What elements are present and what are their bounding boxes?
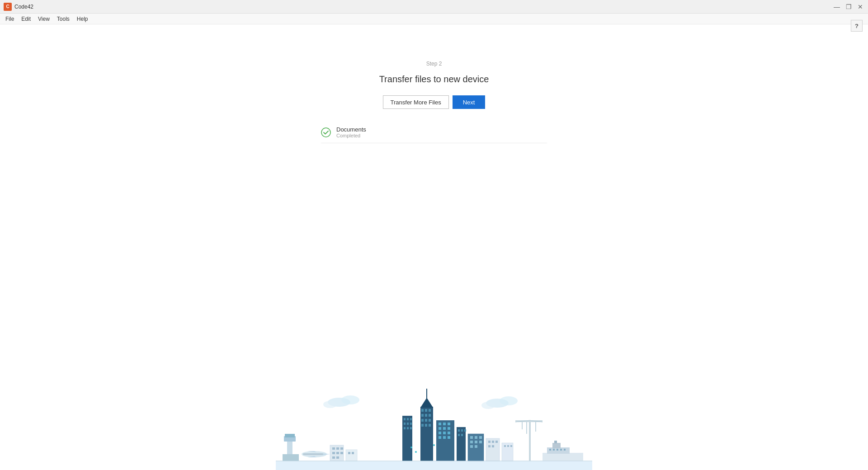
city-illustration [276,380,592,470]
completed-check-icon [321,127,331,137]
svg-rect-76 [479,436,482,439]
svg-rect-85 [495,441,498,443]
svg-rect-59 [443,427,446,430]
svg-rect-48 [404,423,406,425]
close-button[interactable]: ✕ [856,3,864,11]
item-name: Documents [336,126,366,133]
svg-rect-89 [504,445,506,447]
svg-rect-40 [425,424,427,427]
app-title: Code42 [14,4,33,10]
menu-edit[interactable]: Edit [18,14,34,24]
svg-rect-106 [560,449,562,451]
title-bar-controls: — ❐ ✕ [833,3,864,11]
svg-point-7 [481,402,495,409]
transfer-item: Documents Completed [321,122,547,143]
svg-rect-67 [457,427,466,461]
svg-rect-69 [461,429,463,432]
svg-rect-99 [542,453,583,461]
svg-rect-36 [421,419,424,422]
svg-rect-57 [448,423,450,425]
item-info: Documents Completed [336,126,366,138]
menu-tools[interactable]: Tools [53,14,73,24]
svg-rect-26 [346,450,357,461]
svg-rect-68 [458,429,460,432]
svg-rect-16 [303,453,323,455]
svg-rect-19 [336,447,339,450]
svg-point-110 [415,451,417,453]
minimize-button[interactable]: — [833,3,841,11]
svg-rect-53 [410,427,412,429]
menu-view[interactable]: View [34,14,53,24]
menu-help[interactable]: Help [73,14,92,24]
city-svg [276,380,592,470]
svg-point-0 [321,128,330,137]
menu-bar: File Edit View Tools Help [0,14,868,24]
svg-rect-74 [470,436,473,439]
svg-rect-10 [285,434,295,437]
transfer-more-files-button[interactable]: Transfer More Files [383,95,449,109]
svg-rect-104 [553,449,555,451]
svg-rect-65 [443,436,446,439]
svg-rect-37 [425,419,427,422]
svg-point-109 [410,446,412,448]
button-row: Transfer More Files Next [383,95,486,109]
main-content: Step 2 Transfer files to new device Tran… [0,24,868,143]
svg-rect-23 [340,452,343,454]
svg-rect-63 [448,432,450,434]
transfer-list: Documents Completed [321,122,547,143]
svg-rect-27 [348,452,350,454]
svg-rect-45 [404,418,406,420]
svg-rect-46 [407,418,409,420]
svg-marker-42 [420,398,433,408]
svg-rect-92 [529,420,531,461]
svg-rect-51 [404,427,406,429]
svg-rect-11 [283,454,299,461]
restore-button[interactable]: ❐ [844,3,853,11]
svg-rect-56 [443,423,446,425]
svg-rect-30 [421,409,424,412]
svg-rect-61 [439,432,441,434]
svg-rect-103 [549,449,551,451]
svg-rect-79 [479,441,482,443]
svg-rect-20 [340,447,343,450]
next-button[interactable]: Next [453,95,486,109]
svg-rect-24 [332,456,335,459]
svg-rect-52 [407,427,409,429]
svg-rect-90 [507,445,509,447]
svg-rect-62 [443,432,446,434]
svg-rect-107 [564,449,566,451]
svg-rect-105 [557,449,558,451]
svg-rect-54 [436,420,454,461]
svg-rect-64 [439,436,441,439]
svg-point-6 [500,396,518,405]
svg-rect-41 [429,424,431,427]
svg-rect-39 [421,424,424,427]
svg-rect-18 [332,447,335,450]
svg-point-3 [341,395,359,404]
svg-rect-35 [429,414,431,417]
svg-rect-77 [470,441,473,443]
svg-rect-34 [425,414,427,417]
app-icon: C [4,3,12,11]
menu-file[interactable]: File [2,14,18,24]
svg-rect-50 [410,423,412,425]
svg-rect-38 [429,419,431,422]
svg-rect-91 [510,445,512,447]
svg-rect-25 [336,456,339,459]
svg-rect-55 [439,423,441,425]
item-status: Completed [336,133,366,138]
svg-rect-31 [425,409,427,412]
svg-rect-101 [552,443,561,448]
help-button[interactable]: ? [851,20,863,32]
svg-rect-102 [554,441,557,443]
title-bar-left: C Code42 [4,3,33,11]
title-bar: C Code42 — ❐ ✕ [0,0,868,14]
svg-rect-60 [448,427,450,430]
svg-rect-72 [461,434,463,436]
svg-point-4 [323,401,337,408]
svg-rect-70 [464,429,466,432]
svg-rect-71 [458,434,460,436]
svg-rect-49 [407,423,409,425]
svg-rect-78 [475,441,477,443]
svg-rect-32 [429,409,431,412]
